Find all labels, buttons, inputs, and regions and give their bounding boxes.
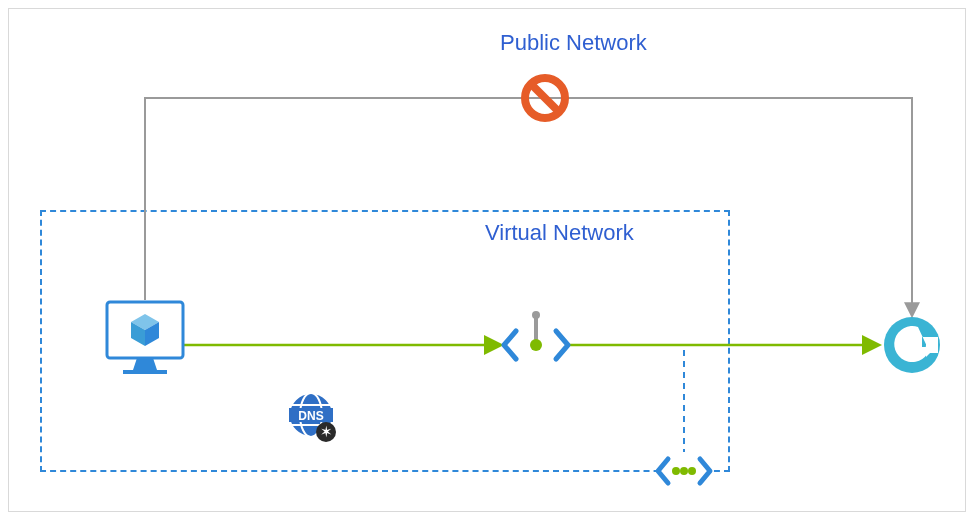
virtual-network-label: Virtual Network xyxy=(485,220,634,246)
public-network-label: Public Network xyxy=(500,30,647,56)
virtual-network-boundary xyxy=(40,210,730,472)
